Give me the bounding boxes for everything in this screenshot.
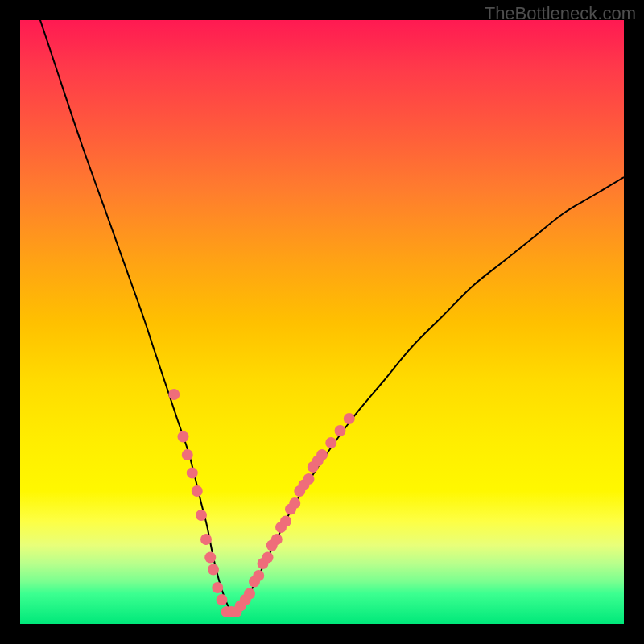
- watermark-text: TheBottleneck.com: [485, 3, 636, 24]
- scatter-marker: [187, 468, 198, 479]
- scatter-marker: [325, 437, 336, 448]
- scatter-marker: [289, 497, 300, 509]
- scatter-marker: [196, 510, 207, 521]
- bottleneck-curve: [20, 20, 624, 613]
- scatter-marker: [271, 534, 283, 545]
- scatter-marker: [212, 582, 223, 593]
- scatter-marker: [316, 449, 328, 460]
- scatter-marker: [208, 564, 219, 576]
- plot-area: [20, 20, 624, 624]
- scatter-marker: [178, 431, 189, 443]
- scatter-marker: [253, 570, 264, 581]
- scatter-marker: [217, 594, 228, 605]
- scatter-marker: [262, 552, 274, 564]
- scatter-marker: [200, 534, 212, 545]
- scatter-marker: [168, 389, 180, 400]
- scatter-marker: [303, 473, 315, 485]
- scatter-marker: [344, 413, 355, 424]
- scatter-markers: [168, 389, 355, 617]
- scatter-marker: [244, 588, 255, 600]
- scatter-marker: [204, 552, 216, 564]
- chart-svg: [20, 20, 624, 624]
- scatter-marker: [335, 425, 346, 436]
- chart-frame: TheBottleneck.com: [0, 0, 644, 644]
- scatter-marker: [182, 449, 193, 460]
- scatter-marker: [280, 516, 291, 527]
- scatter-marker: [192, 485, 203, 497]
